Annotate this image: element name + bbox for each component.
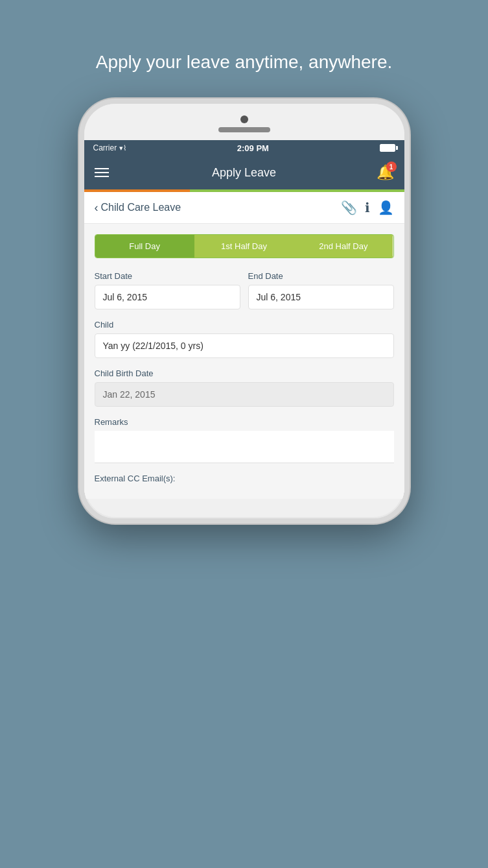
sub-header-icons: 📎 ℹ 👤 (341, 200, 394, 215)
hamburger-line-1 (95, 168, 109, 169)
phone-camera (240, 115, 248, 123)
back-button[interactable]: ‹ Child Care Leave (95, 201, 181, 215)
carrier-name: Carrier (93, 143, 117, 152)
tab-1st-half-day[interactable]: 1st Half Day (194, 235, 294, 258)
carrier-info: Carrier ▾⌇ (93, 143, 127, 152)
app-header: Apply Leave 🔔 1 (84, 156, 404, 189)
tab-full-day[interactable]: Full Day (95, 235, 194, 258)
side-button-mute (79, 195, 83, 218)
status-time: 2:09 PM (237, 143, 269, 153)
child-birth-date-label: Child Birth Date (95, 368, 394, 378)
leave-type-tabs: Full Day 1st Half Day 2nd Half Day (95, 234, 394, 258)
sub-header-title: Child Care Leave (101, 202, 181, 213)
end-date-input[interactable]: Jul 6, 2015 (248, 285, 394, 309)
app-header-title: Apply Leave (212, 166, 276, 180)
child-label: Child (95, 320, 394, 330)
side-button-vol-up (79, 226, 83, 262)
tab-2nd-half-day[interactable]: 2nd Half Day (294, 235, 393, 258)
hamburger-line-2 (95, 172, 109, 173)
start-date-field: Start Date Jul 6, 2015 (95, 271, 240, 309)
child-section: Child Yan yy (22/1/2015, 0 yrs) (95, 320, 394, 358)
back-arrow-icon: ‹ (95, 201, 99, 215)
child-value: Yan yy (22/1/2015, 0 yrs) (103, 341, 203, 351)
side-button-vol-down (79, 270, 83, 306)
phone-shell: Carrier ▾⌇ 2:09 PM Apply Leave 🔔 1 ‹ (79, 99, 410, 524)
start-date-label: Start Date (95, 271, 240, 281)
child-birth-date-section: Child Birth Date Jan 22, 2015 (95, 368, 394, 407)
attachment-icon[interactable]: 📎 (341, 200, 357, 215)
sub-header: ‹ Child Care Leave 📎 ℹ 👤 (84, 192, 404, 224)
remarks-section: Remarks (95, 417, 394, 463)
wifi-icon: ▾⌇ (119, 144, 126, 152)
phone-speaker (218, 127, 270, 132)
date-row: Start Date Jul 6, 2015 End Date Jul 6, 2… (95, 271, 394, 309)
phone-screen: Carrier ▾⌇ 2:09 PM Apply Leave 🔔 1 ‹ (84, 140, 404, 499)
external-cc-label: External CC Email(s): (95, 474, 394, 483)
child-birth-date-input: Jan 22, 2015 (95, 382, 394, 407)
battery-icon (380, 144, 395, 152)
status-bar: Carrier ▾⌇ 2:09 PM (84, 140, 404, 156)
page-tagline: Apply your leave anytime, anywhere. (70, 52, 419, 73)
end-date-label: End Date (248, 271, 394, 281)
remarks-label: Remarks (95, 417, 394, 427)
form-content: Full Day 1st Half Day 2nd Half Day Start… (84, 224, 404, 499)
phone-top (84, 104, 404, 140)
hamburger-menu-button[interactable] (95, 168, 109, 177)
notification-bell-container[interactable]: 🔔 1 (377, 164, 394, 181)
external-cc-section: External CC Email(s): (95, 474, 394, 483)
person-icon[interactable]: 👤 (378, 200, 394, 215)
child-dropdown[interactable]: Yan yy (22/1/2015, 0 yrs) (95, 333, 394, 358)
start-date-input[interactable]: Jul 6, 2015 (95, 285, 240, 309)
notification-badge: 1 (386, 162, 397, 172)
end-date-field: End Date Jul 6, 2015 (248, 271, 394, 309)
side-button-power (406, 234, 410, 285)
hamburger-line-3 (95, 176, 109, 177)
remarks-input[interactable] (95, 431, 394, 463)
info-icon[interactable]: ℹ (365, 200, 370, 215)
